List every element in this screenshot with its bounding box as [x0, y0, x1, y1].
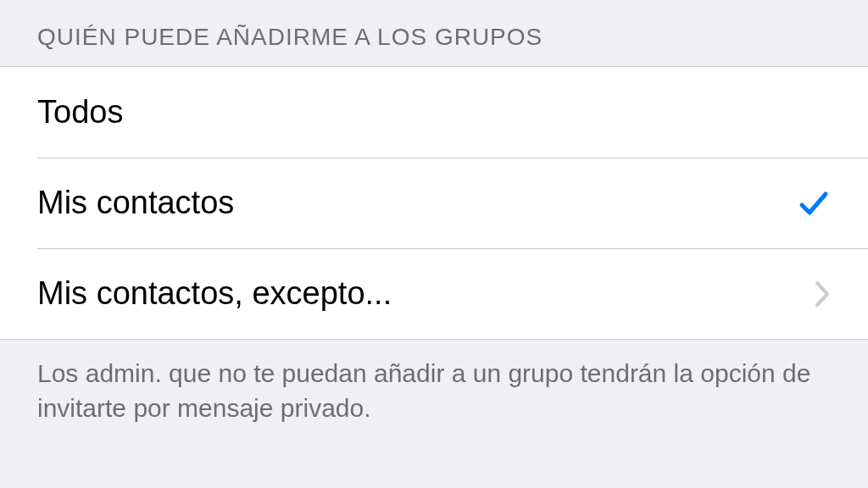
section-header: Quién puede añadirme a los grupos [0, 0, 868, 66]
option-everyone[interactable]: Todos [0, 67, 868, 158]
chevron-right-icon [814, 280, 831, 308]
option-label: Mis contactos, excepto... [37, 275, 814, 312]
option-label: Todos [37, 94, 831, 130]
checkmark-icon [797, 186, 831, 220]
option-my-contacts[interactable]: Mis contactos [0, 158, 868, 248]
section-footer: Los admin. que no te puedan añadir a un … [0, 340, 868, 442]
option-label: Mis contactos [37, 185, 797, 221]
option-my-contacts-except[interactable]: Mis contactos, excepto... [0, 248, 868, 339]
options-list: Todos Mis contactos Mis contactos, excep… [0, 66, 868, 340]
